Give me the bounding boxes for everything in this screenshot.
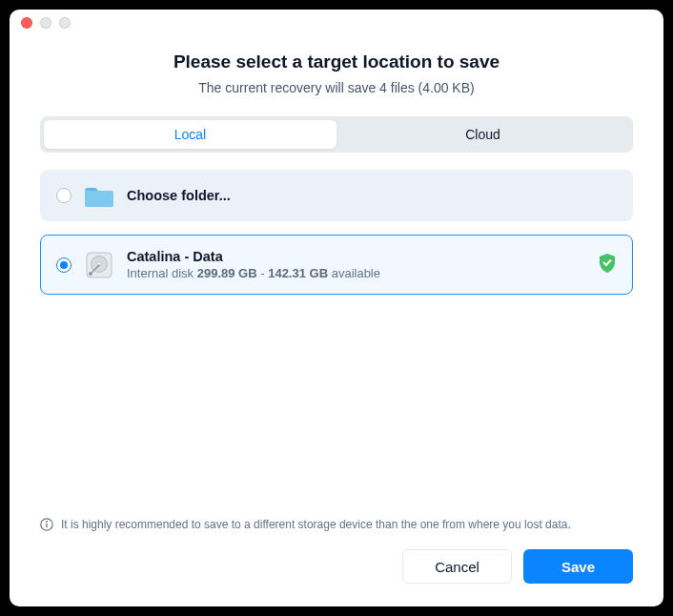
disk-available: 142.31 GB xyxy=(268,266,328,280)
dialog-window: Please select a target location to save … xyxy=(10,10,663,606)
radio-disk-catalina[interactable] xyxy=(56,257,71,273)
disk-type: Internal disk xyxy=(127,266,194,280)
location-options: Choose folder... Catalina - Data xyxy=(40,170,633,513)
option-disk-name: Catalina - Data xyxy=(127,249,584,264)
info-icon xyxy=(40,518,53,536)
dialog-header: Please select a target location to save … xyxy=(10,36,663,101)
recommendation-hint: It is highly recommended to save to a di… xyxy=(40,513,633,549)
svg-point-5 xyxy=(46,522,48,524)
titlebar xyxy=(10,10,663,36)
disk-total: 299.89 GB xyxy=(197,266,257,280)
cancel-button[interactable]: Cancel xyxy=(402,549,512,584)
disk-sep: - xyxy=(260,266,268,280)
tab-cloud[interactable]: Cloud xyxy=(336,120,629,149)
dialog-title: Please select a target location to save xyxy=(32,51,641,72)
fullscreen-window-button[interactable] xyxy=(59,17,71,29)
folder-icon xyxy=(85,184,113,207)
dialog-subtitle: The current recovery will save 4 files (… xyxy=(32,80,641,95)
disk-available-suffix: available xyxy=(332,266,380,280)
option-disk-catalina[interactable]: Catalina - Data Internal disk 299.89 GB … xyxy=(40,235,633,295)
tab-local[interactable]: Local xyxy=(44,120,336,149)
dialog-content: Local Cloud Choose folder... xyxy=(10,101,663,549)
hard-disk-icon xyxy=(85,251,113,279)
option-folder-label: Choose folder... xyxy=(127,188,617,203)
save-button[interactable]: Save xyxy=(523,549,633,584)
dialog-footer: Cancel Save xyxy=(10,549,663,606)
verified-shield-icon xyxy=(598,253,617,277)
svg-point-3 xyxy=(89,272,92,276)
option-choose-folder[interactable]: Choose folder... xyxy=(40,170,633,221)
radio-choose-folder[interactable] xyxy=(56,188,71,203)
close-window-button[interactable] xyxy=(21,17,32,29)
option-disk-text: Catalina - Data Internal disk 299.89 GB … xyxy=(127,249,584,280)
minimize-window-button[interactable] xyxy=(40,17,51,29)
option-disk-details: Internal disk 299.89 GB - 142.31 GB avai… xyxy=(127,266,584,280)
svg-rect-6 xyxy=(46,524,47,527)
hint-text: It is highly recommended to save to a di… xyxy=(61,517,571,533)
location-tabs: Local Cloud xyxy=(40,116,633,153)
option-folder-text: Choose folder... xyxy=(127,188,617,203)
